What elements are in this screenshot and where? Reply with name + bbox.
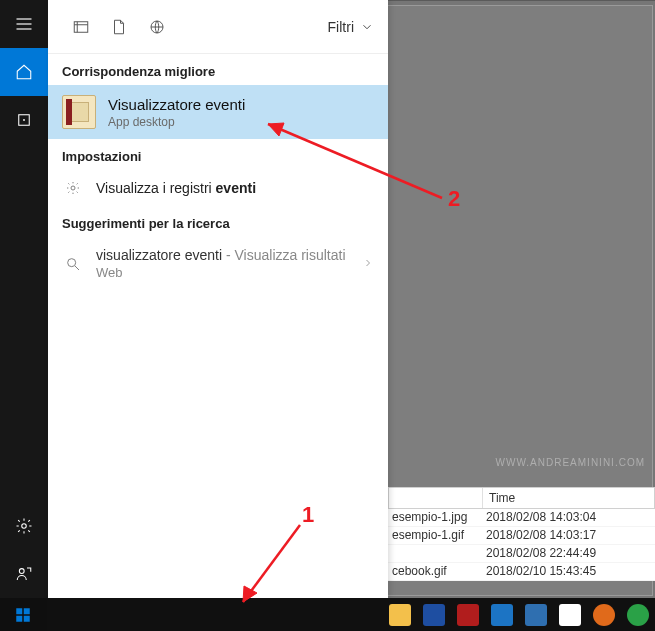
file-name: esempio-1.gif <box>388 527 482 544</box>
event-viewer-icon <box>62 95 96 129</box>
chevron-right-icon <box>362 256 374 272</box>
explorer-icon[interactable] <box>383 598 417 631</box>
file-name: cebook.gif <box>388 563 482 580</box>
best-match-item[interactable]: Visualizzatore eventi App desktop <box>48 85 388 139</box>
start-rail <box>0 0 48 598</box>
taskbar <box>0 598 655 631</box>
gear-icon[interactable] <box>0 502 48 550</box>
file-time: 2018/02/08 22:44:49 <box>482 545 655 562</box>
app-icon[interactable] <box>553 598 587 631</box>
table-row[interactable]: cebook.gif 2018/02/10 15:43:45 <box>388 563 655 581</box>
suggestions-header: Suggerimenti per la ricerca <box>48 206 388 237</box>
svg-point-4 <box>23 119 25 121</box>
table-row[interactable]: 2018/02/08 22:44:49 <box>388 545 655 563</box>
chevron-down-icon <box>360 20 374 34</box>
search-results-panel: Filtri Corrispondenza migliore Visualizz… <box>48 0 388 598</box>
feedback-icon[interactable] <box>0 550 48 598</box>
svg-rect-16 <box>17 608 23 614</box>
svg-rect-7 <box>74 21 88 32</box>
file-time: 2018/02/08 14:03:04 <box>482 509 655 526</box>
filters-dropdown[interactable]: Filtri <box>328 19 374 35</box>
edge-icon[interactable] <box>485 598 519 631</box>
start-button[interactable] <box>0 598 47 631</box>
table-row[interactable]: esempio-1.jpg 2018/02/08 14:03:04 <box>388 509 655 527</box>
file-header-name[interactable] <box>389 488 483 508</box>
best-match-subtitle: App desktop <box>108 115 245 129</box>
svg-line-13 <box>75 266 79 270</box>
search-suggestion[interactable]: visualizzatore eventi - Visualizza risul… <box>48 237 388 290</box>
file-name: esempio-1.jpg <box>388 509 482 526</box>
svg-point-6 <box>19 569 24 574</box>
svg-point-12 <box>68 258 76 266</box>
svg-rect-18 <box>17 615 23 621</box>
thunderbird-icon[interactable] <box>417 598 451 631</box>
panel-toolbar: Filtri <box>48 0 388 54</box>
notepad-icon[interactable] <box>519 598 553 631</box>
svg-rect-17 <box>24 608 30 614</box>
watermark: WWW.ANDREAMININI.COM <box>496 457 645 468</box>
settings-item-label: Visualizza i registri eventi <box>96 180 374 196</box>
firefox-icon[interactable] <box>587 598 621 631</box>
svg-point-11 <box>71 186 75 190</box>
file-list-header: Time <box>388 487 655 509</box>
home-icon[interactable] <box>0 48 48 96</box>
file-time: 2018/02/10 15:43:45 <box>482 563 655 580</box>
file-time: 2018/02/08 14:03:17 <box>482 527 655 544</box>
web-icon[interactable] <box>138 0 176 54</box>
document-icon[interactable] <box>100 0 138 54</box>
chrome-icon[interactable] <box>621 598 655 631</box>
taskbar-apps <box>379 598 655 631</box>
best-match-header: Corrispondenza migliore <box>48 54 388 85</box>
file-list: esempio-1.jpg 2018/02/08 14:03:04 esempi… <box>388 509 655 581</box>
hamburger-icon[interactable] <box>0 0 48 48</box>
recent-icon[interactable] <box>62 0 100 54</box>
apps-icon[interactable] <box>0 96 48 144</box>
filezilla-icon[interactable] <box>451 598 485 631</box>
filters-label: Filtri <box>328 19 354 35</box>
windows-icon <box>14 606 32 624</box>
gear-small-icon <box>62 180 84 196</box>
svg-point-5 <box>22 524 27 529</box>
search-icon <box>62 256 84 272</box>
table-row[interactable]: esempio-1.gif 2018/02/08 14:03:17 <box>388 527 655 545</box>
file-name <box>388 545 482 562</box>
svg-rect-19 <box>24 615 30 621</box>
settings-header: Impostazioni <box>48 139 388 170</box>
file-header-time[interactable]: Time <box>483 488 654 508</box>
settings-item[interactable]: Visualizza i registri eventi <box>48 170 388 206</box>
suggestion-text: visualizzatore eventi - Visualizza risul… <box>96 247 350 280</box>
best-match-title: Visualizzatore eventi <box>108 96 245 113</box>
